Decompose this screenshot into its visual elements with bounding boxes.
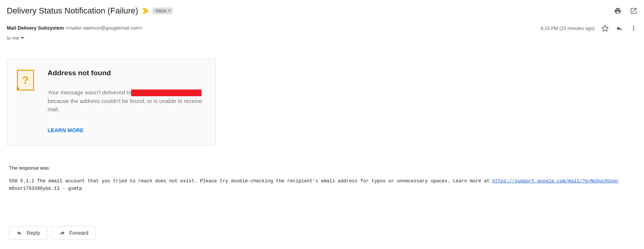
reply-icon[interactable] — [616, 25, 623, 32]
remove-label-icon[interactable]: × — [168, 8, 170, 13]
svg-point-3 — [29, 71, 30, 72]
forward-button[interactable]: Forward — [52, 226, 96, 240]
star-icon[interactable] — [601, 25, 609, 32]
card-content: Address not found Your message wasn't de… — [48, 69, 206, 133]
recipient-text: to me — [7, 35, 19, 41]
sender-name: Mail Delivery Subsystem — [7, 25, 64, 31]
sender-email: <mailer-daemon@googlemail.com> — [65, 25, 142, 31]
svg-text:?: ? — [22, 74, 29, 86]
message-before: Your message wasn't delivered to — [48, 89, 131, 95]
sender-info: Mail Delivery Subsystem <mailer-daemon@g… — [7, 25, 143, 31]
subject-area: Delivery Status Notification (Failure) I… — [7, 6, 173, 16]
response-before-link: 550 5.1.1 The email account that you tri… — [9, 179, 492, 184]
sender-row: Mail Delivery Subsystem <mailer-daemon@g… — [7, 25, 637, 32]
learn-more-link[interactable]: LEARN MORE — [48, 127, 206, 133]
email-header-row: Delivery Status Notification (Failure) I… — [7, 6, 637, 16]
reply-button[interactable]: Reply — [9, 226, 47, 240]
error-card: ? Address not found Your message wasn't … — [7, 59, 216, 146]
sender-meta: 6:15 PM (15 minutes ago) — [541, 25, 637, 32]
response-after-link: m9sor1763396ybk.11 - gsmtp — [9, 186, 82, 191]
card-title: Address not found — [48, 69, 206, 77]
response-label: The response was: — [9, 165, 637, 171]
importance-marker-icon[interactable] — [142, 8, 149, 13]
action-buttons: Reply Forward — [9, 226, 637, 240]
open-new-window-icon[interactable] — [630, 7, 637, 15]
header-actions — [614, 7, 637, 15]
response-text: 550 5.1.1 The email account that you tri… — [9, 177, 637, 192]
forward-button-label: Forward — [69, 230, 88, 236]
label-text: Inbox — [155, 8, 166, 13]
redacted-address — [131, 89, 202, 96]
inbox-label-chip[interactable]: Inbox × — [152, 7, 173, 14]
more-options-icon[interactable] — [630, 25, 637, 32]
print-icon[interactable] — [614, 7, 622, 15]
email-timestamp: 6:15 PM (15 minutes ago) — [541, 26, 595, 31]
recipient-row[interactable]: to me — [7, 35, 637, 41]
message-after: because the address couldn't be found, o… — [48, 98, 202, 113]
card-message: Your message wasn't delivered to because… — [48, 88, 206, 114]
error-document-icon: ? — [17, 70, 34, 133]
chevron-down-icon[interactable] — [21, 37, 24, 39]
svg-point-2 — [21, 71, 22, 72]
email-subject: Delivery Status Notification (Failure) — [7, 6, 138, 16]
support-link[interactable]: https://support.google.com/mail/?p=NoSuc… — [492, 179, 619, 184]
reply-button-label: Reply — [27, 230, 40, 236]
